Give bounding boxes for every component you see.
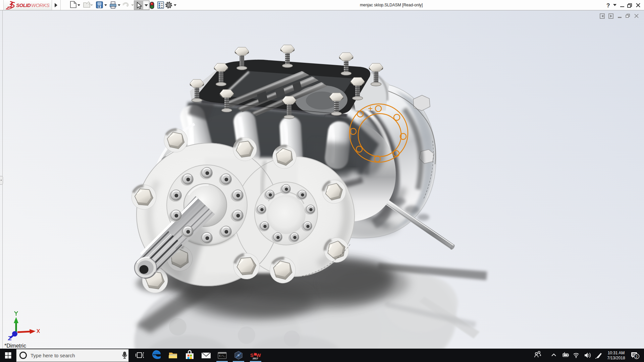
svg-text:?: ? xyxy=(606,2,610,9)
svg-text:C:\_: C:\_ xyxy=(219,354,225,357)
svg-text:2017: 2017 xyxy=(253,357,258,360)
svg-text:2: 2 xyxy=(636,355,638,359)
svg-text:SOLID: SOLID xyxy=(16,2,31,8)
svg-text:WORKS: WORKS xyxy=(31,2,50,8)
